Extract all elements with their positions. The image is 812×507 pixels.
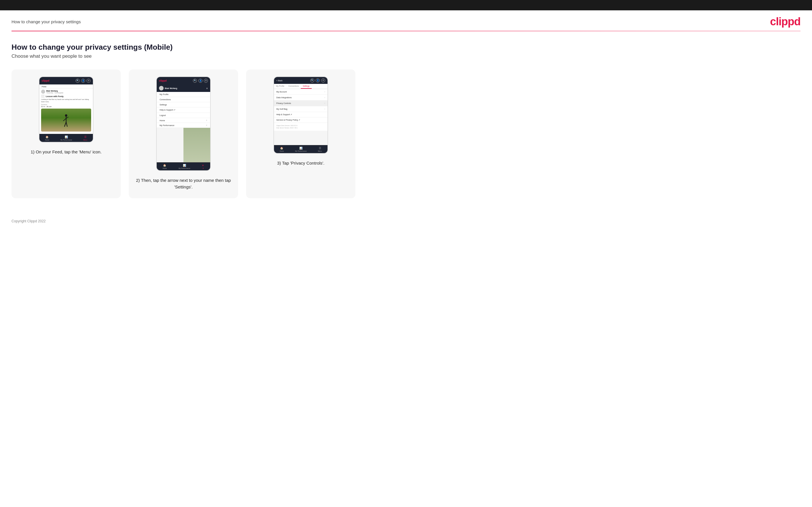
- back-button[interactable]: < Back: [276, 79, 283, 81]
- lesson-desc: Looking to feel like my hands are exitin…: [41, 99, 91, 103]
- tab-settings[interactable]: Settings: [301, 84, 312, 89]
- page-title: How to change your privacy settings (Mob…: [11, 43, 801, 52]
- phone-1-icons: 🔍 👤 ⚙: [75, 79, 91, 83]
- menu-tab[interactable]: ☰ Menu: [84, 135, 88, 141]
- footer-line-1: Clippd Client Version: 2022.8.3-3: [276, 125, 325, 127]
- breadcrumb: How to change your privacy settings: [11, 19, 81, 24]
- user-icon[interactable]: 👤: [81, 79, 85, 83]
- phone-1-bottom-bar: 🏠 Home 📊 My Performance ☰ Menu: [39, 134, 93, 142]
- settings-icon-2[interactable]: ⚙: [204, 79, 208, 83]
- performance-tab[interactable]: 📊 My Performance: [60, 135, 72, 141]
- svg-line-5: [66, 122, 67, 127]
- settings-item-myaccount[interactable]: My Account ›: [274, 89, 327, 95]
- step-2-phone: clippd 🔍 👤 ⚙ Blair McHarg: [156, 76, 211, 171]
- step-3-card: < Back 🔍 👤 ⚙ My Profile Connections Sett…: [246, 69, 355, 198]
- feed-lesson-row: Lesson with Fordy: [41, 95, 91, 98]
- phone-3-icons: 🔍 👤 ⚙: [310, 78, 325, 82]
- feed-user-row: Blair McHarg Yesterday · Sunningdale: [41, 90, 91, 94]
- phone-1-navbar: clippd 🔍 👤 ⚙: [39, 77, 93, 84]
- feed-content: Blair McHarg Yesterday · Sunningdale Les…: [39, 89, 93, 134]
- step-3-phone: < Back 🔍 👤 ⚙ My Profile Connections Sett…: [273, 76, 328, 154]
- step-1-phone: clippd 🔍 👤 ⚙ Feed Blair McHarg: [39, 76, 94, 143]
- menu-item-connections[interactable]: Connections: [157, 97, 210, 102]
- feed-avatar: [41, 90, 45, 94]
- settings-back-bar: < Back 🔍 👤 ⚙: [274, 77, 327, 84]
- golfer-silhouette: [62, 114, 70, 129]
- step-2-card: clippd 🔍 👤 ⚙ Blair McHarg: [129, 69, 238, 198]
- phone-2-bottom-bar: 🏠 Home 📊 My Performance ✕ ✕: [157, 162, 210, 170]
- performance-tab-3[interactable]: 📊 My Performance: [295, 147, 306, 152]
- menu-section-home[interactable]: Home ∨: [157, 118, 210, 123]
- menu-user-row[interactable]: Blair McHarg ∧: [157, 84, 210, 92]
- duration-label: Duration: [41, 104, 91, 105]
- copyright: Copyright Clippd 2022: [11, 219, 46, 223]
- footer: Copyright Clippd 2022: [0, 213, 812, 229]
- svg-line-4: [64, 122, 66, 127]
- phone-1-logo: clippd: [42, 79, 49, 82]
- feed-user-name: Blair McHarg: [46, 90, 63, 92]
- search-icon-3[interactable]: 🔍: [310, 78, 314, 82]
- lesson-title: Lesson with Fordy: [46, 95, 63, 97]
- menu-item-myprofile[interactable]: My Profile: [157, 92, 210, 97]
- settings-item-helpsupport[interactable]: Help & Support ↗: [274, 112, 327, 117]
- settings-item-dataintegrations[interactable]: Data Integrations ›: [274, 95, 327, 101]
- steps-container: clippd 🔍 👤 ⚙ Feed Blair McHarg: [11, 69, 801, 198]
- step-2-caption: 2) Then, tap the arrow next to your name…: [135, 177, 232, 190]
- menu-user-name: Blair McHarg: [165, 87, 177, 89]
- logo: clippd: [770, 15, 801, 28]
- user-icon-2[interactable]: 👤: [198, 79, 202, 83]
- home-tab[interactable]: 🏠 Home: [45, 135, 49, 141]
- step-1-caption: 1) On your Feed, tap the 'Menu' icon.: [31, 149, 102, 155]
- performance-tab-2[interactable]: 📊 My Performance: [179, 164, 190, 169]
- settings-icon-3[interactable]: ⚙: [321, 78, 325, 82]
- phone-2-logo: clippd: [159, 79, 167, 82]
- chevron-right-icon-3: ›: [324, 102, 325, 105]
- top-bar: [0, 0, 812, 10]
- chevron-right-icon: ›: [324, 91, 325, 93]
- settings-item-serviceprivacy[interactable]: Service & Privacy Policy ↗: [274, 117, 327, 123]
- menu-item-helpsupport[interactable]: Help & Support ↗: [157, 107, 210, 113]
- page-subtitle: Choose what you want people to see: [11, 53, 801, 59]
- settings-footer: Clippd Client Version: 2022.8.3-3 GQL Se…: [274, 123, 327, 131]
- feed-label: Feed: [39, 84, 93, 89]
- lesson-icon: [41, 95, 45, 98]
- phone-2-icons: 🔍 👤 ⚙: [193, 79, 208, 83]
- header: How to change your privacy settings clip…: [0, 10, 812, 31]
- home-tab-2[interactable]: 🏠 Home: [162, 164, 167, 169]
- phone-2-navbar: clippd 🔍 👤 ⚙: [157, 77, 210, 84]
- step-1-card: clippd 🔍 👤 ⚙ Feed Blair McHarg: [11, 69, 121, 198]
- settings-tabs: My Profile Connections Settings: [274, 84, 327, 89]
- chevron-right-icon-4: ›: [324, 108, 325, 110]
- tab-connections[interactable]: Connections: [287, 84, 301, 89]
- tab-myprofile[interactable]: My Profile: [274, 84, 287, 89]
- settings-item-privacycontrols[interactable]: Privacy Controls ›: [274, 101, 327, 106]
- menu-user-avatar: [159, 86, 164, 91]
- menu-item-settings[interactable]: Settings: [157, 102, 210, 107]
- chevron-up-icon[interactable]: ∧: [206, 87, 208, 90]
- menu-user-info: Blair McHarg: [159, 86, 177, 91]
- duration-val: 01 hr : 30 min: [41, 106, 91, 107]
- menu-tab-3[interactable]: ☰ Menu: [318, 147, 322, 152]
- menu-overlay: Blair McHarg ∧ My Profile Connections Se…: [157, 84, 210, 162]
- close-tab-2[interactable]: ✕ ✕: [202, 164, 204, 169]
- search-icon-2[interactable]: 🔍: [193, 79, 197, 83]
- menu-item-logout[interactable]: Logout: [157, 113, 210, 118]
- feed-user-sub: Yesterday · Sunningdale: [46, 92, 63, 94]
- search-icon[interactable]: 🔍: [75, 79, 80, 83]
- settings-icon[interactable]: ⚙: [87, 79, 91, 83]
- home-tab-3[interactable]: 🏠 Home: [280, 147, 284, 152]
- menu-section-performance[interactable]: My Performance ∨: [157, 123, 210, 128]
- settings-item-mygolfbag[interactable]: My Golf Bag ›: [274, 106, 327, 112]
- chevron-right-icon-2: ›: [324, 96, 325, 99]
- footer-line-2: GQL Server Version: 2022.7.30-1: [276, 127, 325, 129]
- golf-image: [41, 109, 91, 131]
- main-content: How to change your privacy settings (Mob…: [0, 31, 812, 204]
- svg-point-0: [65, 114, 67, 117]
- phone-3-bottom-bar: 🏠 Home 📊 My Performance ☰ Menu: [274, 145, 327, 153]
- step-3-caption: 3) Tap 'Privacy Controls'.: [277, 160, 324, 167]
- user-icon-3[interactable]: 👤: [316, 78, 320, 82]
- svg-line-2: [63, 118, 66, 121]
